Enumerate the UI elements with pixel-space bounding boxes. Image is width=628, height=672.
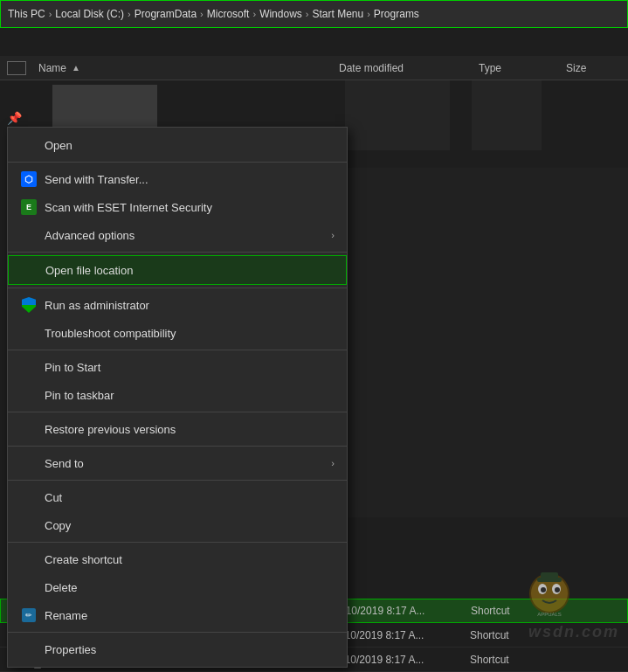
column-headers: Name ▲ Date modified Type Size [0,56,628,80]
rename-icon: ✏ [20,606,38,624]
menu-open-file-location-label: Open file location [45,264,334,277]
chevron-icon-5: › [306,9,309,19]
separator-8 [8,542,347,543]
menu-send-to-label: Send to [45,457,324,470]
col-header-name[interactable]: Name ▲ [0,61,332,75]
col-type-label: Type [479,62,501,74]
menu-item-open-file-location[interactable]: Open file location [8,255,347,285]
submenu-arrow-sendto: › [331,458,335,468]
address-segment-windows: Windows [259,8,302,20]
sort-arrow-icon: ▲ [72,63,80,73]
separator-7 [8,480,347,481]
powerpoint-date: 12/10/2019 8:17 A... [330,629,470,641]
menu-item-copy[interactable]: Copy [8,511,347,539]
col-header-type[interactable]: Type [472,62,559,74]
separator-6 [8,446,347,447]
delete-icon [20,578,38,596]
menu-rename-label: Rename [45,609,335,622]
open-file-location-icon [21,261,38,279]
menu-advanced-options-label: Advanced options [45,229,324,242]
menu-create-shortcut-label: Create shortcut [45,553,335,566]
col-date-label: Date modified [339,62,404,74]
col-header-size[interactable]: Size [559,62,611,74]
watermark: wsdn.com [528,623,619,641]
menu-item-send-transfer[interactable]: ⬡ Send with Transfer... [8,165,347,193]
separator-4 [8,350,347,350]
address-segment-programdata: ProgramData [135,8,197,20]
properties-icon [20,641,38,658]
copy-icon [20,516,38,534]
bg-type-column [472,80,542,150]
submenu-arrow-advanced: › [331,230,335,240]
menu-properties-label: Properties [45,643,335,656]
col-size-label: Size [566,62,586,74]
separator-1 [8,162,347,163]
menu-open-label: Open [45,139,335,152]
menu-item-cut[interactable]: Cut [8,483,347,511]
menu-send-transfer-label: Send with Transfer... [45,173,335,186]
outlook-date: 12/10/2019 8:17 A... [331,605,471,617]
svg-point-3 [541,587,546,592]
troubleshoot-icon [20,324,38,342]
menu-item-advanced-options[interactable]: Advanced options › [8,221,347,249]
select-all-checkbox[interactable] [7,61,26,75]
address-segment-local-disk: Local Disk (C:) [55,8,124,20]
menu-item-delete[interactable]: Delete [8,573,347,601]
menu-item-pin-start[interactable]: Pin to Start [8,353,347,381]
address-bar[interactable]: This PC › Local Disk (C:) › ProgramData … [0,0,628,28]
svg-point-4 [555,587,560,592]
menu-troubleshoot-label: Troubleshoot compatibility [45,327,335,340]
chevron-icon-1: › [49,9,52,19]
publisher-type: Shortcut [470,654,557,666]
menu-run-as-admin-label: Run as administrator [45,299,335,312]
menu-scan-eset-label: Scan with ESET Internet Security [45,201,335,214]
send-to-icon [20,454,38,472]
address-segment-microsoft: Microsoft [207,8,250,20]
menu-pin-start-label: Pin to Start [45,361,335,374]
menu-item-rename[interactable]: ✏ Rename [8,601,347,629]
pin-start-icon [20,358,38,376]
create-shortcut-icon [20,551,38,568]
chevron-icon-4: › [252,9,256,19]
open-icon [20,136,38,154]
restore-versions-icon [20,420,38,438]
separator-3 [8,288,347,288]
eset-icon: E [20,198,38,216]
appuals-mascot: APPUALS [523,567,576,620]
pin-taskbar-icon [20,386,38,404]
address-segment-start-menu: Start Menu [312,8,363,20]
svg-text:APPUALS: APPUALS [537,612,562,617]
menu-restore-versions-label: Restore previous versions [45,423,335,436]
svg-rect-6 [541,572,558,579]
cut-icon [20,488,38,506]
col-name-label: Name [38,62,66,74]
address-segment-programs: Programs [374,8,419,20]
advanced-options-icon [20,226,38,244]
context-menu: Open ⬡ Send with Transfer... E Scan with… [7,127,348,668]
menu-item-create-shortcut[interactable]: Create shortcut [8,545,347,573]
menu-cut-label: Cut [45,491,335,504]
chevron-icon-2: › [128,9,131,19]
menu-copy-label: Copy [45,519,335,532]
menu-item-run-as-admin[interactable]: Run as administrator [8,291,347,319]
menu-item-scan-eset[interactable]: E Scan with ESET Internet Security [8,193,347,221]
separator-9 [8,632,347,633]
publisher-date: 12/10/2019 8:17 A... [330,654,470,666]
address-segment-this-pc: This PC [8,8,45,20]
dropbox-icon: ⬡ [20,170,38,188]
menu-item-troubleshoot[interactable]: Troubleshoot compatibility [8,319,347,347]
run-as-admin-icon [20,296,38,314]
menu-item-send-to[interactable]: Send to › [8,449,347,477]
bg-rows [345,168,628,517]
chevron-icon-3: › [200,9,204,19]
bg-date-column [345,80,450,150]
col-header-date[interactable]: Date modified [332,62,472,74]
separator-5 [8,412,347,412]
menu-item-pin-taskbar[interactable]: Pin to taskbar [8,381,347,409]
menu-delete-label: Delete [45,581,335,594]
menu-item-open[interactable]: Open [8,131,347,159]
menu-pin-taskbar-label: Pin to taskbar [45,389,335,402]
menu-item-properties[interactable]: Properties [8,635,347,663]
pin-icon: 📌 [7,111,24,128]
menu-item-restore-versions[interactable]: Restore previous versions [8,415,347,443]
